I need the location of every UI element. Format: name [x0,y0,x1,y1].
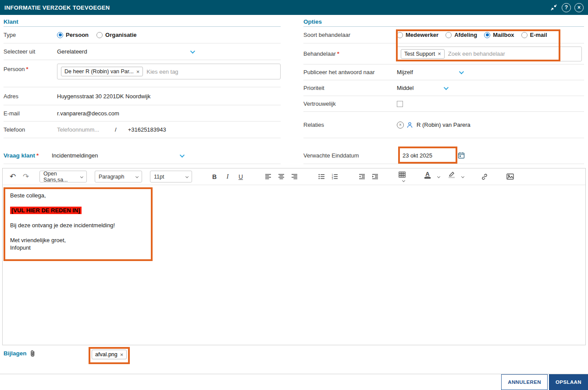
numbered-list-icon[interactable]: 123 [329,171,340,182]
attachment-name: afval.png [95,351,118,358]
radio-medewerker[interactable]: Medewerker [397,32,438,38]
behandelaar-placeholder: Zoek een behandelaar [448,50,505,57]
editor-content[interactable]: Beste collega, [VUL HIER DE REDEN IN] Bi… [3,185,585,258]
attachment-chip[interactable]: afval.png × [92,350,127,359]
italic-icon[interactable]: I [222,171,233,182]
chevron-down-icon[interactable] [459,69,464,74]
opties-section: Opties Soort behandelaar Medewerker Afde… [303,15,584,164]
paperclip-icon[interactable] [29,350,36,357]
chevron-down-icon[interactable] [461,175,464,178]
persoon-label-text: Persoon [4,66,25,72]
radio-email-label: E-mail [530,32,547,38]
remove-relation-icon[interactable]: × [397,122,404,129]
font-family-select[interactable]: Open Sans,sa... [39,171,87,182]
save-button[interactable]: OPSLAAN [549,374,588,390]
radio-persoon-label: Persoon [66,32,89,38]
publiceer-label: Publiceer het antwoord naar [303,69,397,75]
calendar-icon[interactable] [458,152,465,159]
radio-icon [484,32,490,38]
bold-icon[interactable]: B [209,171,220,182]
behandelaar-tag-input[interactable]: Test Support × Zoek een behandelaar [397,47,582,61]
table-icon[interactable] [396,171,408,182]
radio-icon [397,32,403,38]
undo-icon[interactable]: ↶ [7,171,18,182]
type-label: Type [4,32,57,38]
spacer [303,138,584,147]
selecteer-uit-dropdown[interactable]: Gerelateerd [57,48,194,55]
align-right-icon[interactable] [289,171,300,182]
cancel-button[interactable]: ANNULEREN [501,374,548,390]
radio-icon [445,32,452,38]
radio-persoon[interactable]: Persoon [57,32,89,38]
behandelaar-chip-label: Test Support [404,51,435,57]
redo-icon[interactable]: ↷ [20,171,32,182]
highlight-color-icon[interactable] [446,171,457,182]
relaties-label: Relaties [303,122,397,128]
radio-organisatie[interactable]: Organisatie [96,32,137,38]
persoon-chip[interactable]: De heer R (Robin) van Par... × [61,67,143,76]
prioriteit-dropdown[interactable]: Middel [397,85,447,91]
dialog-title: INFORMATIE VERZOEK TOEVOEGEN [4,4,549,11]
underline-icon[interactable]: U [235,171,246,182]
publiceer-dropdown[interactable]: Mijzelf [397,69,463,75]
einddatum-value[interactable]: 23 okt 2025 [403,152,432,159]
selecteer-uit-row: Selecteer uit Gerelateerd [4,43,281,60]
telefoon-label: Telefoon [4,126,57,133]
align-center-icon[interactable] [275,171,287,182]
radio-mailbox-label: Mailbox [493,32,514,38]
opties-heading: Opties [303,15,584,27]
spacer [4,138,281,147]
vertrouwelijk-checkbox[interactable] [397,101,403,107]
text-color-icon[interactable]: A [422,171,433,182]
chevron-down-icon[interactable] [444,85,449,89]
persoon-tag-input[interactable]: De heer R (Robin) van Par... × Kies een … [57,64,281,79]
relaties-value[interactable]: R (Robin) van Parera [417,122,470,128]
telefoon-prefix-input[interactable]: Telefoonnumm... [57,126,110,133]
required-asterisk: * [337,50,339,57]
chevron-down-icon[interactable] [190,48,195,53]
outdent-icon[interactable] [356,171,367,182]
adres-value: Huygensstraat 30 2201DK Noordwijk [57,93,150,100]
bullet-list-icon[interactable] [316,171,327,182]
behandelaar-label-text: Behandelaar [303,50,336,57]
email-row: E-mail r.vanparera@decos.com [4,105,281,122]
radio-mailbox[interactable]: Mailbox [484,32,514,38]
klant-heading: Klant [4,15,281,27]
chevron-down-icon[interactable] [437,175,440,178]
vraag-klant-dropdown[interactable]: Incidentmeldingen [52,152,183,159]
collapse-icon[interactable] [549,3,558,12]
editor-line: Infopunt [10,244,578,252]
remove-icon[interactable]: × [136,69,140,75]
align-left-icon[interactable] [262,171,274,182]
highlighted-text: [VUL HIER DE REDEN IN] [10,207,82,214]
radio-icon [521,32,527,38]
remove-icon[interactable]: × [438,51,441,57]
link-icon[interactable] [479,171,490,182]
radio-icon [57,32,63,38]
image-icon[interactable] [504,171,516,182]
telefoon-value[interactable]: +31625183943 [128,126,166,133]
font-size-select[interactable]: 11pt [150,171,192,182]
persoon-label: Persoon* [4,60,57,72]
required-asterisk: * [26,66,28,72]
behandelaar-chip[interactable]: Test Support × [401,49,445,59]
radio-icon [96,32,103,38]
chevron-down-icon[interactable] [180,152,185,157]
radio-email[interactable]: E-mail [521,32,547,38]
remove-icon[interactable]: × [120,352,124,358]
radio-afdeling[interactable]: Afdeling [445,32,477,38]
selecteer-uit-label: Selecteer uit [4,48,57,55]
block-format-select[interactable]: Paragraph [95,171,142,182]
soort-behandelaar-label: Soort behandelaar [303,32,397,38]
attachment-chip-wrap: afval.png × [92,350,127,359]
editor-line: Bij deze ontvang je deze incidentmelding… [10,222,578,229]
soort-behandelaar-row: Soort behandelaar Medewerker Afdeling Ma… [303,27,584,43]
indent-icon[interactable] [369,171,381,182]
persoon-row: Persoon* De heer R (Robin) van Par... × … [4,60,281,87]
close-icon[interactable]: × [574,3,584,12]
chevron-down-icon [185,175,189,178]
help-icon[interactable]: ? [562,3,571,12]
vraag-klant-label: Vraag klant* [4,152,52,159]
block-format-value: Paragraph [99,174,124,180]
publiceer-value: Mijzelf [397,69,413,75]
